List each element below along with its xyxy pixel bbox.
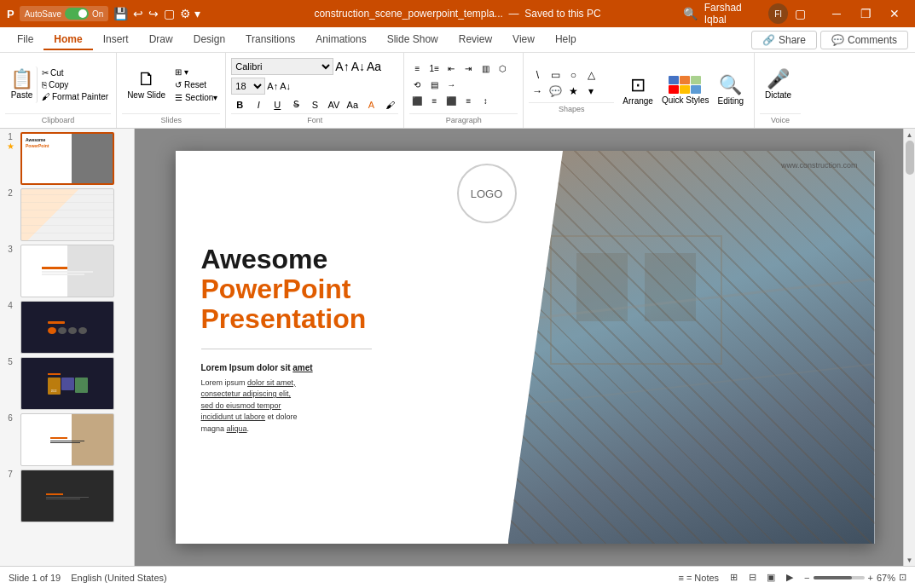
text-direction-button[interactable]: ⟲ xyxy=(409,78,425,92)
layout-button[interactable]: ⊞ ▾ xyxy=(172,66,220,78)
slide-thumb-4[interactable]: 4 xyxy=(3,301,130,354)
shape-triangle[interactable]: △ xyxy=(582,67,599,83)
clear-format-icon[interactable]: Aa xyxy=(367,60,381,73)
font-color-button[interactable]: A xyxy=(362,97,379,112)
zoom-slider[interactable] xyxy=(814,576,865,579)
bold-button[interactable]: B xyxy=(231,97,248,112)
decrease-indent-button[interactable]: ⇤ xyxy=(443,62,459,76)
shape-circle[interactable]: ○ xyxy=(565,67,582,83)
present-icon[interactable]: ▢ xyxy=(164,7,175,20)
arrange-button[interactable]: ⊡ Arrange xyxy=(617,72,658,109)
clipboard-group: 📋 Paste ✂ Cut ⎘ Copy 🖌 Format Painter Cl… xyxy=(0,53,117,128)
convert-button[interactable]: → xyxy=(443,78,459,92)
scroll-down-button[interactable]: ▼ xyxy=(904,554,916,566)
tab-file[interactable]: File xyxy=(7,30,43,50)
new-slide-button[interactable]: 🗋 New Slide xyxy=(122,66,171,103)
zoom-in-icon[interactable]: + xyxy=(868,573,873,583)
slide-thumb-6[interactable]: 6 xyxy=(3,413,130,466)
paste-button[interactable]: 📋 Paste xyxy=(5,66,38,103)
strikethrough-button[interactable]: S̶ xyxy=(287,97,304,112)
align-left-button[interactable]: ⬛ xyxy=(409,95,425,108)
paste-icon: 📋 xyxy=(10,70,33,89)
tab-animations[interactable]: Animations xyxy=(305,30,376,50)
redo-icon[interactable]: ↪ xyxy=(148,7,159,20)
slide-panel-scroll[interactable]: 1 ★ Awesome PowerPoint 2 xyxy=(3,132,130,562)
align-right-button[interactable]: ⬛ xyxy=(443,95,459,108)
fit-icon[interactable]: ⊡ xyxy=(899,572,906,583)
dictate-button[interactable]: 🎤 Dictate xyxy=(760,66,796,103)
font-shrink-icon2[interactable]: A↓ xyxy=(280,81,291,91)
font-grow-icon2[interactable]: A↑ xyxy=(267,81,278,91)
undo-icon[interactable]: ↩ xyxy=(133,7,143,20)
slide-website: www.construction.com xyxy=(781,161,858,170)
copy-button[interactable]: ⎘ Copy xyxy=(39,79,111,90)
tab-design[interactable]: Design xyxy=(183,30,235,50)
format-painter-button[interactable]: 🖌 Format Painter xyxy=(39,91,111,102)
slideshow-button[interactable]: ▶ xyxy=(782,570,797,585)
shape-star[interactable]: ★ xyxy=(565,84,582,99)
save-icon[interactable]: 💾 xyxy=(113,7,128,20)
autosave-switch[interactable] xyxy=(65,8,89,20)
tab-home[interactable]: Home xyxy=(43,30,92,50)
underline-button[interactable]: U xyxy=(269,97,286,112)
align-text-button[interactable]: ▤ xyxy=(426,78,442,92)
tab-help[interactable]: Help xyxy=(545,30,587,50)
autosave-toggle[interactable]: AutoSave On xyxy=(20,6,109,21)
line-spacing-button[interactable]: ↕ xyxy=(478,95,493,108)
align-center-button[interactable]: ≡ xyxy=(426,95,442,108)
close-button[interactable]: ✕ xyxy=(881,0,908,27)
minimize-button[interactable]: ─ xyxy=(823,0,850,27)
char-spacing-button[interactable]: AV xyxy=(325,97,342,112)
restore-button[interactable]: ❐ xyxy=(852,0,879,27)
numbering-button[interactable]: 1≡ xyxy=(426,62,442,76)
case-button[interactable]: Aa xyxy=(344,97,361,112)
font-family-select[interactable]: Calibri xyxy=(231,58,333,75)
tab-draw[interactable]: Draw xyxy=(139,30,183,50)
italic-button[interactable]: I xyxy=(250,97,267,112)
mode-icon[interactable]: ▢ xyxy=(795,7,806,20)
quick-styles-button[interactable]: Quick Styles xyxy=(662,76,709,105)
smart-art-button[interactable]: ⬡ xyxy=(495,62,510,76)
tab-transitions[interactable]: Transitions xyxy=(235,30,305,50)
font-size-select[interactable]: 18 xyxy=(231,78,265,95)
shadow-button[interactable]: S xyxy=(306,97,323,112)
zoom-out-icon[interactable]: − xyxy=(804,573,809,583)
highlight-button[interactable]: 🖌 xyxy=(381,97,398,112)
reading-view-button[interactable]: ▣ xyxy=(763,570,779,585)
reset-button[interactable]: ↺ Reset xyxy=(172,79,220,90)
customize-icon[interactable]: ⚙ ▾ xyxy=(180,7,200,20)
slide-sorter-button[interactable]: ⊟ xyxy=(744,570,760,585)
font-shrink-icon[interactable]: A↓ xyxy=(351,60,365,73)
slide-thumb-3[interactable]: 3 xyxy=(3,245,130,297)
font-grow-icon[interactable]: A↑ xyxy=(335,60,349,73)
justify-button[interactable]: ≡ xyxy=(460,95,476,108)
tab-review[interactable]: Review xyxy=(449,30,502,50)
shape-line[interactable]: \ xyxy=(529,67,546,83)
scroll-thumb[interactable] xyxy=(906,141,914,175)
columns-button[interactable]: ▥ xyxy=(478,62,493,76)
slide-thumb-1[interactable]: 1 ★ Awesome PowerPoint xyxy=(3,132,130,185)
vertical-scrollbar[interactable]: ▲ ▼ xyxy=(903,129,915,566)
slide-thumb-5[interactable]: 5 2022 xyxy=(3,357,130,410)
shape-rect[interactable]: ▭ xyxy=(547,67,564,83)
shape-callout[interactable]: 💬 xyxy=(547,84,564,99)
scroll-up-button[interactable]: ▲ xyxy=(904,129,916,141)
slide-thumb-2[interactable]: 2 xyxy=(3,188,130,241)
comments-button[interactable]: 💬 Comments xyxy=(820,31,908,49)
editing-button[interactable]: 🔍 Editing xyxy=(712,72,749,109)
shape-arrow[interactable]: → xyxy=(529,84,546,99)
tab-view[interactable]: View xyxy=(502,30,545,50)
ribbon-content: 📋 Paste ✂ Cut ⎘ Copy 🖌 Format Painter Cl… xyxy=(0,53,915,128)
slide-thumb-7[interactable]: 7 xyxy=(3,470,130,522)
notes-button[interactable]: ≡ = Notes xyxy=(678,573,719,583)
shape-more[interactable]: ▾ xyxy=(582,84,599,99)
cut-button[interactable]: ✂ Cut xyxy=(39,67,111,78)
tab-slideshow[interactable]: Slide Show xyxy=(377,30,449,50)
normal-view-button[interactable]: ⊞ xyxy=(726,570,741,585)
increase-indent-button[interactable]: ⇥ xyxy=(460,62,476,76)
bullets-button[interactable]: ≡ xyxy=(409,62,425,76)
section-button[interactable]: ☰ Section▾ xyxy=(172,92,220,103)
search-icon[interactable]: 🔍 xyxy=(683,7,698,20)
share-button[interactable]: 🔗 Share xyxy=(751,31,817,49)
tab-insert[interactable]: Insert xyxy=(93,30,139,50)
